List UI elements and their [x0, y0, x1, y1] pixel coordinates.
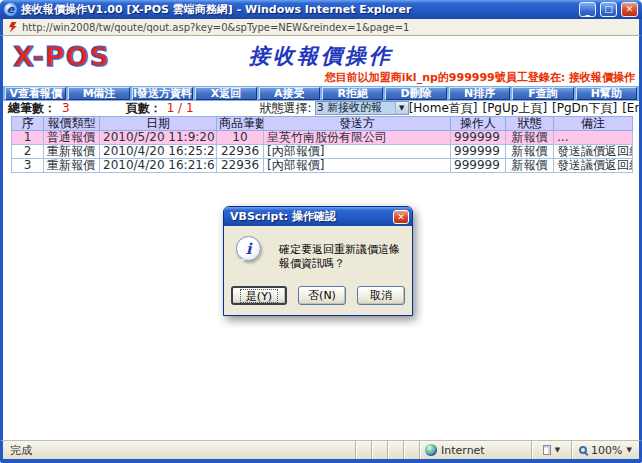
statusbar-done: 完成 — [3, 441, 355, 459]
status-row: 總筆數： 3 頁數： 1 / 1 狀態選擇: 3 新接收的報 ▼ [Home首頁… — [3, 101, 639, 115]
column-header-remark: 備注 — [554, 117, 633, 131]
statusbar-zone: Internet — [419, 441, 531, 459]
total-count-label: 總筆數： — [8, 100, 56, 117]
info-icon: i — [236, 236, 261, 261]
cell-operator: 999999 — [451, 131, 506, 145]
cell-item-count: 22936 — [217, 159, 264, 173]
dialog-close-button[interactable]: ✕ — [393, 210, 409, 224]
page-menu-control[interactable]: ▼ — [531, 441, 571, 459]
column-header-quote-type: 報價類型 — [44, 117, 100, 131]
cancel-button-label: 取消 — [370, 290, 392, 301]
page-title: 接收報價操作 — [249, 42, 393, 70]
close-icon: ✕ — [626, 5, 634, 14]
nav-end[interactable]: [End尾頁] — [622, 100, 642, 117]
cell-sender: [內部報價] — [264, 159, 451, 173]
cell-item-count: 10 — [217, 131, 264, 145]
toolbar-button-sender-info[interactable]: I發送方資料 — [132, 87, 193, 100]
column-header-date: 日期 — [100, 117, 217, 131]
cell-status: 新報價 — [506, 159, 554, 173]
toolbar-button-delete[interactable]: D刪除 — [385, 87, 446, 100]
dialog-titlebar[interactable]: VBScript: 操作確認 ✕ — [224, 207, 412, 226]
pages-label: 頁數： — [126, 100, 162, 117]
statusbar-cell — [371, 441, 387, 459]
address-url[interactable]: http://win2008/tw/qoute/qout.asp?key=0&s… — [22, 22, 409, 33]
quotes-table: 序 報價類型 日期 商品筆數 發送方 操作人 狀態 備注 1 普通報價 2010… — [11, 116, 633, 173]
state-select-label: 狀態選擇: — [260, 100, 312, 117]
nav-pgup[interactable]: [PgUp上頁] — [482, 100, 547, 117]
toolbar-button-sort[interactable]: N排序 — [449, 87, 510, 100]
window-bottom-border — [0, 459, 642, 463]
column-header-item-count: 商品筆數 — [217, 117, 264, 131]
dialog-buttons: 是(Y) 否(N) 取消 — [224, 271, 412, 315]
statusbar-cell — [355, 441, 371, 459]
magnifier-icon — [579, 446, 587, 454]
cell-quote-type: 普通報價 — [44, 131, 100, 145]
toolbar-button-memo[interactable]: M備注 — [68, 87, 129, 100]
maximize-icon: □ — [604, 5, 613, 14]
toolbar-button-help[interactable]: H幫助 — [576, 87, 637, 100]
column-header-operator: 操作人 — [451, 117, 506, 131]
browser-window: e 接收報價操作V1.00 [X-POS 雲端商務網] - Windows In… — [0, 0, 642, 463]
cell-quote-type: 重新報價 — [44, 159, 100, 173]
zoom-level: 100% — [591, 444, 622, 457]
cell-sender: [內部報價] — [264, 145, 451, 159]
yes-button[interactable]: 是(Y) — [231, 286, 287, 305]
address-bar: http://win2008/tw/qoute/qout.asp?key=0&s… — [0, 19, 642, 36]
cell-item-count: 22936 — [217, 145, 264, 159]
chevron-down-icon: ▼ — [555, 446, 560, 454]
zoom-control[interactable]: 100% ▼ — [571, 441, 639, 459]
window-title: 接收報價操作V1.00 [X-POS 雲端商務網] - Windows Inte… — [21, 2, 575, 17]
cell-status: 新報價 — [506, 145, 554, 159]
no-button[interactable]: 否(N) — [298, 286, 346, 305]
xpos-logo: X-POS — [13, 41, 110, 72]
toolbar-button-query[interactable]: F查詢 — [512, 87, 573, 100]
zone-label: Internet — [441, 444, 485, 457]
toolbar-button-back[interactable]: X返回 — [195, 87, 256, 100]
maximize-button[interactable]: □ — [600, 2, 617, 17]
chevron-down-icon[interactable]: ▼ — [395, 102, 408, 114]
total-count-value: 3 — [62, 101, 70, 115]
nav-pgdn[interactable]: [PgDn下頁] — [552, 100, 617, 117]
page-favicon-icon — [9, 22, 17, 33]
confirm-dialog: VBScript: 操作確認 ✕ i 確定要返回重新議價這條報價資訊嗎？ 是(Y… — [223, 206, 413, 316]
statusbar-cell — [403, 441, 419, 459]
toolbar-button-accept[interactable]: A接受 — [259, 87, 320, 100]
window-titlebar[interactable]: e 接收報價操作V1.00 [X-POS 雲端商務網] - Windows In… — [0, 0, 642, 19]
table-header-row: 序 報價類型 日期 商品筆數 發送方 操作人 狀態 備注 — [12, 117, 633, 131]
close-icon: ✕ — [397, 212, 405, 222]
cell-seq: 3 — [12, 159, 44, 173]
cell-date: 2010/5/20 11:9:20 — [100, 131, 217, 145]
cancel-button[interactable]: 取消 — [357, 286, 405, 305]
page-content: X-POS 接收報價操作 您目前以加盟商ikl_np的999999號員工登錄在:… — [0, 36, 642, 440]
cell-sender: 皇英竹南股份有限公司 — [264, 131, 451, 145]
column-header-sender: 發送方 — [264, 117, 451, 131]
state-select[interactable]: 3 新接收的報 ▼ — [315, 101, 409, 115]
minimize-icon: _ — [585, 7, 590, 16]
table-row[interactable]: 3 重新報價 2010/4/20 16:21:6 22936 [內部報價] 99… — [12, 159, 633, 173]
table-row[interactable]: 2 重新報價 2010/4/20 16:25:2 22936 [內部報價] 99… — [12, 145, 633, 159]
cell-status: 新報價 — [506, 131, 554, 145]
dialog-message: 確定要返回重新議價這條報價資訊嗎？ — [279, 236, 404, 271]
toolbar-button-reject[interactable]: R拒絕 — [322, 87, 383, 100]
globe-icon — [425, 444, 437, 456]
cell-remark: 發送議價返回給客... — [554, 159, 633, 173]
cell-date: 2010/4/20 16:25:2 — [100, 145, 217, 159]
minimize-button[interactable]: _ — [579, 2, 596, 17]
no-button-label: 否(N) — [308, 290, 336, 301]
chevron-down-icon: ▼ — [627, 446, 632, 454]
page-header: X-POS 接收報價操作 您目前以加盟商ikl_np的999999號員工登錄在:… — [3, 36, 639, 86]
close-button[interactable]: ✕ — [621, 2, 638, 17]
state-select-value: 3 新接收的報 — [316, 102, 395, 114]
yes-button-label: 是(Y) — [241, 290, 277, 302]
cell-date: 2010/4/20 16:21:6 — [100, 159, 217, 173]
nav-home[interactable]: [Home首頁] — [409, 100, 478, 117]
dialog-title: VBScript: 操作確認 — [230, 209, 393, 224]
table-row[interactable]: 1 普通報價 2010/5/20 11:9:20 10 皇英竹南股份有限公司 9… — [12, 131, 633, 145]
cell-remark: 發送議價返回給客... — [554, 145, 633, 159]
cell-operator: 999999 — [451, 145, 506, 159]
cell-quote-type: 重新報價 — [44, 145, 100, 159]
cell-operator: 999999 — [451, 159, 506, 173]
cell-remark: ... — [554, 131, 633, 145]
column-header-seq: 序 — [12, 117, 44, 131]
toolbar-button-view-quote[interactable]: V查看報價 — [5, 87, 66, 100]
